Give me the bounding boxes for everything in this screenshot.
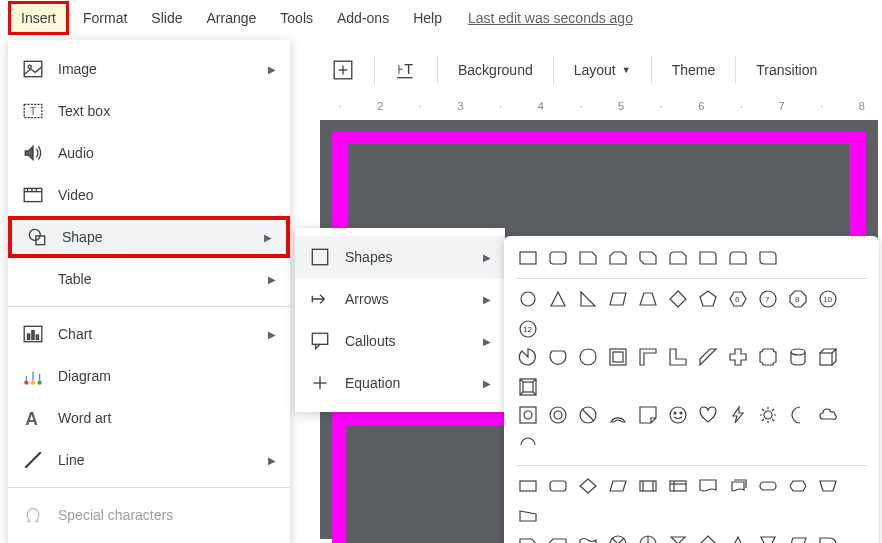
shape-flowchart-terminator[interactable] [756, 474, 780, 498]
background-button[interactable]: Background [446, 54, 545, 86]
shape-flowchart-extract[interactable] [726, 532, 750, 543]
theme-button[interactable]: Theme [660, 54, 728, 86]
layout-button[interactable]: Layout▼ [562, 54, 643, 86]
shape-flowchart-delay[interactable] [816, 532, 840, 543]
shape-round2same[interactable] [726, 246, 750, 270]
shape-snip1[interactable] [576, 246, 600, 270]
insert-line[interactable]: Line ▶ [8, 439, 290, 481]
insert-shape[interactable]: Shape ▶ [8, 216, 290, 258]
shape-cloud[interactable] [816, 403, 840, 427]
submenu-arrows[interactable]: Arrows ▶ [295, 278, 505, 320]
shape-diamond[interactable] [666, 287, 690, 311]
insert-chart[interactable]: Chart ▶ [8, 313, 290, 355]
shape-flowchart-collate[interactable] [666, 532, 690, 543]
shape-flowchart-alt[interactable] [546, 474, 570, 498]
menu-insert[interactable]: Insert [8, 1, 69, 35]
shape-octagon[interactable]: 8 [786, 287, 810, 311]
shape-flowchart-process[interactable] [516, 474, 540, 498]
shape-round2diag[interactable] [756, 246, 780, 270]
shape-flowchart-data[interactable] [606, 474, 630, 498]
shape-noentry[interactable] [546, 403, 570, 427]
menu-arrange[interactable]: Arrange [197, 4, 267, 32]
shape-halfframe[interactable] [636, 345, 660, 369]
insert-video[interactable]: Video [8, 174, 290, 216]
shape-heart[interactable] [696, 403, 720, 427]
shape-flowchart-sort[interactable] [696, 532, 720, 543]
shape-flowchart-or[interactable] [636, 532, 660, 543]
shape-parallelogram[interactable] [606, 287, 630, 311]
shape-arc[interactable] [606, 403, 630, 427]
menu-tools[interactable]: Tools [270, 4, 323, 32]
insert-wordart[interactable]: A Word art [8, 397, 290, 439]
insert-special[interactable]: Special characters [8, 494, 290, 536]
shape-can[interactable] [786, 345, 810, 369]
shape-rect[interactable] [516, 246, 540, 270]
new-slide-button[interactable] [320, 51, 366, 89]
shape-trapezoid[interactable] [636, 287, 660, 311]
shape-sniproundrect[interactable] [666, 246, 690, 270]
shape-foldedcorner[interactable] [636, 403, 660, 427]
shape-hexagon[interactable]: 6 [726, 287, 750, 311]
shape-donut[interactable] [516, 403, 540, 427]
shape-flowchart-manual[interactable] [816, 474, 840, 498]
transition-button[interactable]: Transition [744, 54, 829, 86]
menu-slide[interactable]: Slide [141, 4, 192, 32]
shape-flowchart-manualop[interactable] [516, 504, 540, 528]
shape-lightning[interactable] [726, 403, 750, 427]
shape-diagstripe[interactable] [696, 345, 720, 369]
shape-smiley[interactable] [666, 403, 690, 427]
shape-moon[interactable] [786, 403, 810, 427]
shape-plaque[interactable] [756, 345, 780, 369]
insert-table[interactable]: Table ▶ [8, 258, 290, 300]
svg-line-70 [772, 409, 774, 411]
shape-oval[interactable] [516, 287, 540, 311]
shape-pentagon[interactable] [696, 287, 720, 311]
shape-flowchart-multidoc[interactable] [726, 474, 750, 498]
clear-format-button[interactable]: ꜔T [383, 51, 429, 89]
shape-flowchart-stored[interactable] [786, 532, 810, 543]
shape-snip2diag[interactable] [636, 246, 660, 270]
insert-audio[interactable]: Audio [8, 132, 290, 174]
shape-bevel[interactable] [516, 375, 540, 399]
shape-sun[interactable] [756, 403, 780, 427]
menu-addons[interactable]: Add-ons [327, 4, 399, 32]
shape-flowchart-doc[interactable] [696, 474, 720, 498]
shape-decagon[interactable]: 10 [816, 287, 840, 311]
shape-cube[interactable] [816, 345, 840, 369]
submenu-callouts[interactable]: Callouts ▶ [295, 320, 505, 362]
shape-rtriangle[interactable] [576, 287, 600, 311]
shape-flowchart-sum[interactable] [606, 532, 630, 543]
shape-flowchart-decision[interactable] [576, 474, 600, 498]
shape-snip2same[interactable] [606, 246, 630, 270]
menu-help[interactable]: Help [403, 4, 452, 32]
shape-triangle[interactable] [546, 287, 570, 311]
shape-arc2[interactable] [516, 433, 540, 457]
insert-diagram[interactable]: Diagram [8, 355, 290, 397]
insert-textbox[interactable]: T Text box [8, 90, 290, 132]
shape-roundrect[interactable] [546, 246, 570, 270]
shape-flowchart-tape[interactable] [576, 532, 600, 543]
submenu-equation[interactable]: Equation ▶ [295, 362, 505, 404]
shape-cross[interactable] [726, 345, 750, 369]
shape-flowchart-prep[interactable] [786, 474, 810, 498]
shape-round1[interactable] [696, 246, 720, 270]
svg-line-27 [25, 452, 40, 467]
insert-image[interactable]: Image ▶ [8, 48, 290, 90]
shape-lshape[interactable] [666, 345, 690, 369]
last-edit-label[interactable]: Last edit was seconds ago [468, 10, 633, 26]
chevron-right-icon: ▶ [483, 378, 491, 389]
shape-frame[interactable] [606, 345, 630, 369]
shape-chord[interactable] [546, 345, 570, 369]
shape-flowchart-merge[interactable] [756, 532, 780, 543]
shape-flowchart-internal[interactable] [666, 474, 690, 498]
shape-pie[interactable] [516, 345, 540, 369]
shape-dodecagon[interactable]: 12 [516, 317, 540, 341]
menu-format[interactable]: Format [73, 4, 137, 32]
shape-blockarc[interactable] [576, 403, 600, 427]
shape-heptagon[interactable]: 7 [756, 287, 780, 311]
shape-teardrop[interactable] [576, 345, 600, 369]
submenu-shapes[interactable]: Shapes ▶ [295, 236, 505, 278]
shape-flowchart-predef[interactable] [636, 474, 660, 498]
shape-flowchart-card[interactable] [546, 532, 570, 543]
shape-flowchart-connector[interactable] [516, 532, 540, 543]
